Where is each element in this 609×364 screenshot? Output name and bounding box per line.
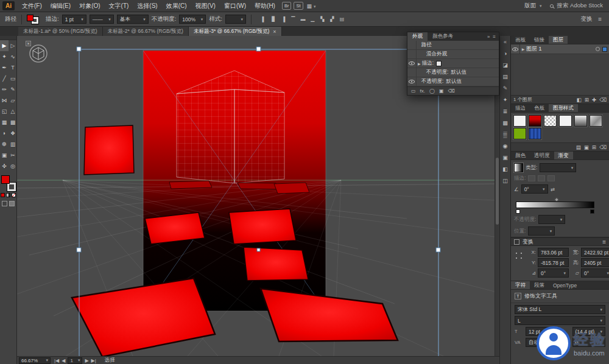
mesh-tool[interactable]: ▦	[0, 117, 9, 128]
pen-tool[interactable]: ✒	[0, 62, 9, 73]
lasso-tool[interactable]: ∿	[9, 51, 17, 62]
stroke-panel-icon[interactable]: ≣	[501, 107, 510, 115]
bridge-button[interactable]: Br	[282, 2, 292, 10]
color-guide-panel-icon[interactable]: ◪	[501, 61, 510, 69]
tab-character[interactable]: 字符	[511, 281, 530, 289]
clear-appearance-icon[interactable]: ◯	[429, 88, 435, 94]
document-tab-active[interactable]: 未标题-3* @ 66.67% (RGB/预览)×	[189, 27, 282, 36]
graphic-style-thumb[interactable]	[590, 115, 602, 127]
appearance-row-blend[interactable]: 混合外观	[407, 50, 499, 59]
symbols-panel-icon[interactable]: ✦	[501, 96, 510, 103]
layers-panel-icon[interactable]: ◧	[501, 165, 510, 173]
delete-style-icon[interactable]: ⌫	[599, 144, 607, 150]
tab-gradient[interactable]: 渐变	[554, 152, 573, 159]
eyedropper-tool[interactable]: ◗	[0, 128, 9, 139]
height-field[interactable]: 2405 pt	[581, 258, 609, 267]
tab-color-guide[interactable]: 颜色参考	[428, 32, 458, 41]
stroke-swatch[interactable]	[7, 183, 16, 191]
reference-point-locator[interactable]	[513, 250, 525, 262]
y-field[interactable]: -815.78 pt	[538, 258, 569, 267]
document-tab[interactable]: 未标题-1.ai* @ 50% (RGB/预览)	[18, 27, 103, 36]
panel-menu-icon[interactable]: ≡	[493, 34, 496, 40]
symbol-sprayer-tool[interactable]: ❆	[0, 139, 9, 150]
tab-stroke[interactable]: 描边	[511, 104, 530, 112]
stroke-along-icon[interactable]	[538, 175, 545, 181]
layer-target-icon[interactable]	[596, 47, 600, 51]
font-family-select[interactable]: 宋体 Std L▾	[515, 305, 605, 314]
visibility-toggle[interactable]	[407, 77, 417, 86]
expand-icon[interactable]: ▶	[418, 61, 421, 66]
graphic-style-thumb[interactable]	[559, 115, 572, 127]
font-style-select[interactable]: L▾	[515, 316, 605, 325]
tab-appearance[interactable]: 外观	[407, 32, 428, 41]
magic-wand-tool[interactable]: ✦	[0, 51, 9, 62]
appearance-panel-icon[interactable]: ◉	[501, 142, 510, 150]
arrange-documents-icon[interactable]: ▦▾	[307, 3, 316, 9]
first-artboard-button[interactable]: |◀	[54, 358, 59, 363]
fill-swatch[interactable]	[1, 175, 10, 184]
gradient-bar[interactable]	[516, 201, 594, 208]
collapse-panel-icon[interactable]: »	[487, 34, 490, 40]
layer-name[interactable]: 图层 1	[526, 45, 596, 53]
menu-item[interactable]: 对象(O)	[75, 0, 104, 12]
tab-color[interactable]: 颜色	[511, 152, 530, 159]
add-new-stroke-icon[interactable]: ▭	[411, 88, 416, 94]
tab-layers[interactable]: 图层	[549, 36, 568, 44]
distribute-right-icon[interactable]: ▤	[338, 15, 346, 23]
collapse-panels-icon[interactable]: «	[501, 38, 510, 46]
type-tool[interactable]: T	[9, 62, 17, 73]
screen-mode-button[interactable]	[9, 201, 15, 206]
color-button[interactable]	[1, 193, 5, 197]
tab-graphic-styles[interactable]: 图形样式	[549, 104, 578, 112]
selection-handle[interactable]	[77, 47, 81, 51]
color-panel-icon[interactable]: ◑	[501, 49, 510, 57]
appearance-row-path[interactable]: 路径	[407, 41, 499, 50]
appearance-row-opacity[interactable]: 不透明度: 默认值	[407, 77, 499, 86]
gradient-thumbnail[interactable]	[514, 163, 523, 172]
add-new-effect-icon[interactable]: fx.	[420, 88, 425, 94]
width-field[interactable]: 2422.92 pt	[581, 248, 609, 257]
align-horizontal-left-icon[interactable]: ▌	[260, 15, 268, 23]
zoom-tool[interactable]: ◎	[9, 161, 17, 172]
stop-opacity-select[interactable]: ▾	[538, 215, 565, 224]
stroke-across-icon[interactable]	[547, 175, 555, 181]
artboard-tool[interactable]: ▣	[0, 150, 9, 161]
shape-builder-tool[interactable]: ◱	[0, 106, 9, 117]
perspective-grid-tool[interactable]: △	[9, 106, 17, 117]
menu-item[interactable]: 视图(V)	[191, 0, 220, 12]
close-tab-icon[interactable]: ×	[273, 29, 276, 35]
x-field[interactable]: 783.06 pt	[538, 248, 569, 257]
align-vertical-bottom-icon[interactable]: ▁	[309, 15, 317, 23]
tab-transparency[interactable]: 透明度	[530, 152, 554, 159]
tab-swatches[interactable]: 色板	[530, 104, 549, 112]
opacity-select[interactable]: 100%▾	[179, 15, 206, 24]
stock-button[interactable]: St	[294, 2, 303, 10]
gradient-stop-white[interactable]	[516, 209, 520, 214]
graphic-style-thumb[interactable]	[529, 115, 541, 127]
close-perspective-grid-icon[interactable]: ×	[26, 41, 31, 46]
perspective-grid-widget[interactable]: ×	[28, 43, 49, 64]
direct-selection-tool[interactable]: ▷	[9, 40, 17, 51]
distribute-left-icon[interactable]: ▚	[319, 15, 326, 23]
break-link-icon[interactable]: ▣	[584, 144, 589, 150]
layer-row[interactable]: ▶ 图层 1	[511, 44, 609, 54]
graphic-style-thumb[interactable]	[544, 115, 557, 127]
style-select[interactable]: ▾	[225, 15, 246, 24]
delete-item-icon[interactable]: ⌫	[448, 88, 455, 94]
tab-opentype[interactable]: OpenType	[549, 281, 581, 289]
make-clip-mask-icon[interactable]: ◧	[577, 97, 582, 103]
app-logo-icon[interactable]: Ai	[2, 1, 15, 10]
align-horizontal-center-icon[interactable]: ▊	[270, 15, 278, 23]
transform-menu-icon[interactable]: ≡	[602, 239, 606, 245]
document-tab[interactable]: 未标题-2* @ 66.67% (RGB/预览)	[103, 27, 189, 36]
new-style-icon[interactable]: ⊞	[592, 144, 596, 150]
previous-artboard-button[interactable]: ◀	[62, 358, 65, 363]
stop-location-select[interactable]: ▾	[528, 226, 555, 236]
fill-stroke-proxy[interactable]	[27, 14, 43, 24]
transform-panel-header[interactable]: 变换 ≡	[511, 237, 609, 246]
selection-handle[interactable]	[256, 47, 261, 51]
align-horizontal-right-icon[interactable]: ▐	[280, 15, 287, 23]
hand-tool[interactable]: ✜	[0, 161, 9, 172]
stroke-color-swatch[interactable]	[436, 61, 442, 66]
graphic-style-thumb[interactable]	[574, 115, 587, 127]
